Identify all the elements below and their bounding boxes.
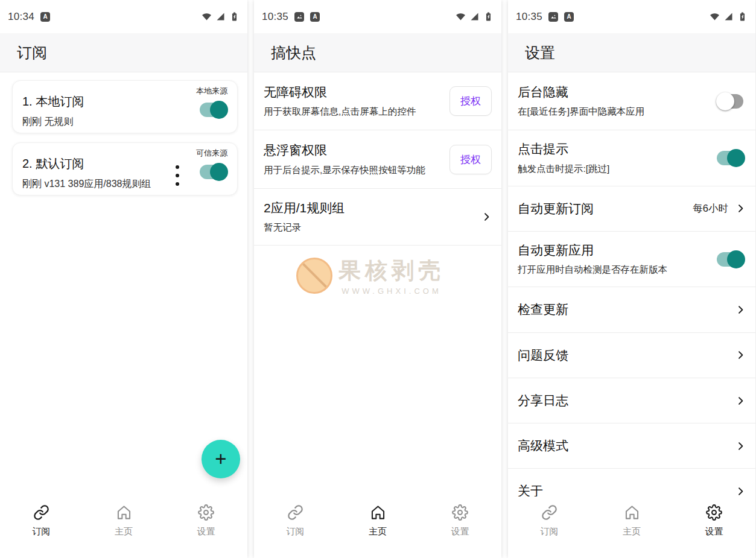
bottom-nav: 订阅 主页 设置 — [254, 496, 501, 558]
bottom-nav: 订阅 主页 设置 — [508, 496, 755, 558]
nav-tab-home[interactable]: 主页 — [591, 504, 673, 558]
battery-charging-icon — [483, 11, 494, 22]
watermark-logo-icon — [296, 258, 332, 294]
home-list: 无障碍权限 用于获取屏幕信息,点击屏幕上的控件 授权 悬浮窗权限 用于后台提示,… — [254, 72, 501, 246]
home-icon — [116, 504, 132, 521]
cellular-icon — [215, 11, 226, 22]
chevron-right-icon — [735, 486, 746, 496]
subscription-toggle[interactable] — [200, 101, 229, 119]
subscription-card-local[interactable]: 本地来源 1. 本地订阅 刚刚 无规则 — [12, 80, 238, 133]
subscription-card-default[interactable]: 可信来源 2. 默认订阅 刚刚 v131 389应用/838规则组 — [12, 142, 238, 195]
cellular-icon — [469, 11, 480, 22]
cellular-icon — [723, 11, 734, 22]
screen-subscriptions: 10:34 A 订阅 本地来源 1. 本地订阅 刚刚 无规则 可信来源 2. 默… — [0, 0, 247, 558]
subscription-list: 本地来源 1. 本地订阅 刚刚 无规则 可信来源 2. 默认订阅 刚刚 v131… — [0, 72, 247, 195]
screen-home: 10:35 A 搞快点 无障碍权限 用于获取屏幕信息,点击屏幕上的控件 授权 悬… — [254, 0, 501, 558]
overlay-permission-row: 悬浮窗权限 用于后台提示,显示保存快照按钮等功能 授权 — [254, 130, 501, 188]
subscription-meta: 刚刚 v131 389应用/838规则组 — [22, 178, 227, 191]
authorize-button[interactable]: 授权 — [449, 145, 492, 174]
setting-feedback[interactable]: 问题反馈 — [508, 333, 755, 378]
nav-tab-settings[interactable]: 设置 — [673, 504, 755, 558]
status-time: 10:34 — [8, 11, 34, 23]
gear-icon — [706, 504, 722, 521]
nav-tab-subscriptions[interactable]: 订阅 — [508, 504, 591, 558]
battery-charging-icon — [229, 11, 240, 22]
gear-icon — [452, 504, 468, 521]
chevron-right-icon — [735, 350, 746, 360]
bottom-nav: 订阅 主页 设置 — [0, 496, 247, 558]
app-bar: 设置 — [508, 33, 755, 72]
status-bar: 10:35 A — [508, 0, 755, 33]
app-notification-icon: A — [310, 12, 320, 22]
page-title: 订阅 — [17, 43, 47, 63]
nav-tab-subscriptions[interactable]: 订阅 — [254, 504, 337, 558]
chevron-right-icon — [735, 396, 746, 406]
battery-charging-icon — [737, 11, 748, 22]
watermark: 果核剥壳 WWW.GHXI.COM — [296, 256, 445, 296]
status-bar: 10:35 A — [254, 0, 501, 33]
setting-click-toast[interactable]: 点击提示 触发点击时提示:[跳过] — [508, 130, 755, 186]
status-bar: 10:34 A — [0, 0, 247, 33]
watermark-url: WWW.GHXI.COM — [341, 287, 441, 296]
source-badge: 可信来源 — [196, 148, 227, 159]
more-options-icon[interactable] — [172, 165, 183, 186]
toggle-switch[interactable] — [717, 149, 746, 167]
subscription-toggle[interactable] — [200, 163, 229, 181]
status-time: 10:35 — [516, 11, 542, 23]
screen-settings: 10:35 A 设置 后台隐藏 在[最近任务]界面中隐藏本应用 点击提示 触发点… — [508, 0, 755, 558]
link-icon — [541, 504, 557, 521]
setting-check-update[interactable]: 检查更新 — [508, 287, 755, 332]
chevron-right-icon — [735, 203, 746, 214]
setting-advanced-mode[interactable]: 高级模式 — [508, 423, 755, 469]
add-subscription-button[interactable]: + — [202, 440, 240, 478]
app-bar: 订阅 — [0, 33, 247, 72]
chevron-right-icon — [735, 441, 746, 451]
accessibility-permission-row: 无障碍权限 用于获取屏幕信息,点击屏幕上的控件 授权 — [254, 72, 501, 130]
image-notification-icon — [548, 12, 558, 22]
status-right-icons — [456, 11, 494, 22]
plus-icon: + — [215, 449, 226, 469]
app-bar: 搞快点 — [254, 33, 501, 72]
rules-summary-row[interactable]: 2应用/1规则组 暂无记录 — [254, 189, 501, 246]
toggle-switch[interactable] — [717, 250, 746, 268]
app-notification-icon: A — [564, 12, 574, 22]
setting-auto-update-subscription[interactable]: 自动更新订阅 每6小时 — [508, 186, 755, 232]
status-right-icons — [710, 11, 748, 22]
nav-tab-home[interactable]: 主页 — [83, 504, 165, 558]
setting-hide-in-recents[interactable]: 后台隐藏 在[最近任务]界面中隐藏本应用 — [508, 72, 755, 130]
wifi-icon — [710, 11, 720, 22]
home-icon — [370, 504, 386, 521]
status-right-icons — [202, 11, 240, 22]
source-badge: 本地来源 — [196, 86, 227, 97]
setting-share-log[interactable]: 分享日志 — [508, 378, 755, 423]
subscription-meta: 刚刚 无规则 — [22, 116, 227, 128]
app-notification-icon: A — [40, 12, 50, 22]
nav-tab-home[interactable]: 主页 — [337, 504, 419, 558]
page-title: 设置 — [525, 43, 555, 63]
link-icon — [287, 504, 303, 521]
home-icon — [624, 504, 640, 521]
setting-value: 每6小时 — [693, 202, 728, 215]
gear-icon — [198, 504, 214, 521]
settings-list: 后台隐藏 在[最近任务]界面中隐藏本应用 点击提示 触发点击时提示:[跳过] 自… — [508, 72, 755, 514]
watermark-brand: 果核剥壳 — [338, 256, 445, 286]
wifi-icon — [456, 11, 466, 22]
setting-auto-update-app[interactable]: 自动更新应用 打开应用时自动检测是否存在新版本 — [508, 232, 755, 287]
link-icon — [33, 504, 49, 521]
chevron-right-icon — [735, 305, 746, 315]
toggle-switch[interactable] — [717, 92, 746, 110]
image-notification-icon — [294, 12, 304, 22]
authorize-button[interactable]: 授权 — [449, 86, 492, 116]
nav-tab-settings[interactable]: 设置 — [165, 504, 247, 558]
status-time: 10:35 — [262, 11, 288, 23]
nav-tab-subscriptions[interactable]: 订阅 — [0, 504, 83, 558]
nav-tab-settings[interactable]: 设置 — [419, 504, 501, 558]
page-title: 搞快点 — [271, 43, 316, 63]
wifi-icon — [202, 11, 212, 22]
chevron-right-icon — [481, 212, 492, 222]
